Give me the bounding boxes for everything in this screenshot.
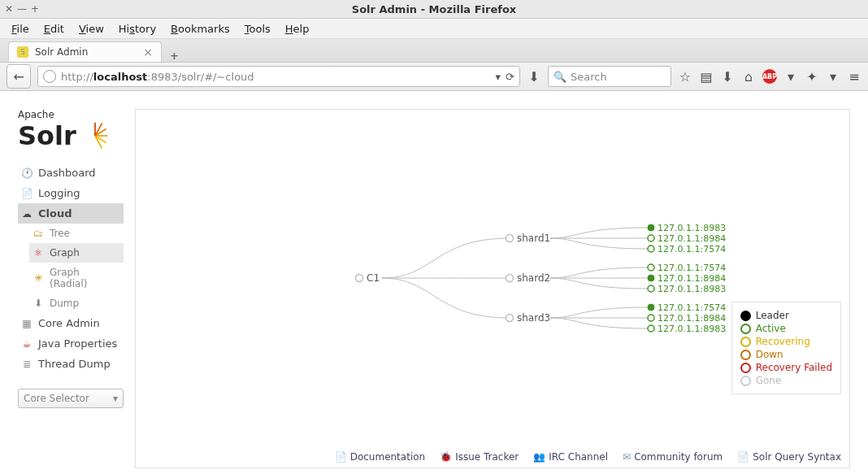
sidebar-item-java-properties[interactable]: ☕Java Properties — [18, 333, 124, 354]
svg-point-14 — [648, 275, 654, 281]
legend-item: Gone — [740, 374, 832, 387]
search-icon: 🔍 — [553, 71, 566, 83]
menu-help[interactable]: Help — [279, 21, 316, 37]
menu-history[interactable]: History — [112, 21, 163, 37]
dashboard-icon: 🕐 — [21, 167, 33, 179]
svg-point-0 — [356, 275, 363, 282]
extension-dropdown[interactable]: ▾ — [826, 69, 840, 84]
addon-dropdown[interactable]: ▾ — [783, 69, 798, 84]
extension-icon[interactable]: ✦ — [805, 69, 819, 84]
svg-text:shard2: shard2 — [517, 272, 550, 284]
svg-point-20 — [648, 304, 654, 311]
svg-point-24 — [648, 325, 654, 332]
footer-link[interactable]: ✉Community forum — [623, 451, 723, 463]
footer-link-icon: ✉ — [623, 451, 631, 463]
svg-text:127.0.1.1:7574: 127.0.1.1:7574 — [658, 302, 726, 313]
graph-icon: ⚛ — [33, 247, 44, 259]
legend-item: Leader — [740, 309, 832, 322]
logging-icon: 📄 — [21, 188, 33, 199]
menu-view[interactable]: View — [72, 21, 111, 37]
legend-item: Down — [740, 348, 832, 361]
svg-text:127.0.1.1:8984: 127.0.1.1:8984 — [658, 313, 726, 324]
tab-strip: S Solr Admin × + — [0, 39, 868, 63]
reload-button[interactable]: ⟳ — [506, 71, 514, 83]
footer-link[interactable]: 📄Solr Query Syntax — [737, 451, 841, 463]
sidebar-item-core-admin[interactable]: ▦Core Admin — [18, 313, 124, 333]
search-placeholder: Search — [571, 71, 607, 83]
sidebar-item-graph[interactable]: ⚛Graph — [29, 243, 124, 263]
menu-tools[interactable]: Tools — [238, 21, 277, 37]
url-rest: :8983/solr/#/~cloud — [147, 71, 254, 83]
sidebar-item-cloud[interactable]: ☁Cloud — [18, 203, 124, 224]
svg-text:shard3: shard3 — [517, 312, 550, 324]
legend-item: Recovering — [740, 335, 832, 348]
footer-link-icon: 📄 — [737, 451, 749, 463]
navbar: ← http:// localhost :8983/solr/#/~cloud … — [0, 63, 868, 91]
footer-link-icon: 👥 — [533, 451, 545, 463]
sidebar-item-dashboard[interactable]: 🕐Dashboard — [18, 163, 124, 183]
legend-item: Active — [740, 322, 832, 335]
sidebar-item-thread-dump[interactable]: ≣Thread Dump — [18, 354, 124, 374]
globe-icon — [43, 70, 56, 83]
sidebar-item-tree[interactable]: 🗂Tree — [29, 224, 124, 243]
window-title: Solr Admin - Mozilla Firefox — [0, 3, 868, 15]
svg-point-12 — [648, 264, 654, 271]
svg-text:127.0.1.1:8983: 127.0.1.1:8983 — [658, 223, 726, 233]
footer-link-icon: 📄 — [335, 451, 347, 463]
footer-link[interactable]: 👥IRC Channel — [533, 451, 608, 463]
legend: LeaderActiveRecoveringDownRecovery Faile… — [731, 302, 841, 394]
chevron-down-icon: ▾ — [113, 393, 118, 404]
core-selector[interactable]: Core Selector ▾ — [18, 389, 124, 408]
footer-link[interactable]: 📄Documentation — [335, 451, 426, 463]
svg-point-16 — [648, 285, 654, 292]
sidebar-item-graph-radial[interactable]: ✳Graph (Radial) — [29, 263, 124, 294]
downloads-button[interactable]: ⬇ — [720, 69, 735, 84]
menu-bookmarks[interactable]: Bookmarks — [164, 21, 237, 37]
svg-text:127.0.1.1:8984: 127.0.1.1:8984 — [658, 233, 726, 244]
graph-radial-icon: ✳ — [33, 272, 44, 284]
down-arrow-icon[interactable]: ⬇ — [527, 69, 541, 84]
svg-point-6 — [648, 235, 654, 241]
svg-point-10 — [506, 275, 514, 282]
bookmark-star-button[interactable]: ☆ — [678, 69, 692, 84]
footer-link[interactable]: 🐞Issue Tracker — [440, 451, 519, 463]
hamburger-menu-button[interactable]: ≡ — [847, 69, 861, 84]
svg-point-4 — [648, 224, 654, 231]
svg-text:127.0.1.1:8983: 127.0.1.1:8983 — [658, 324, 726, 334]
svg-point-18 — [506, 315, 514, 322]
menubar: FFileile Edit View History Bookmarks Too… — [0, 19, 868, 39]
sun-icon — [81, 122, 109, 150]
search-box[interactable]: 🔍 Search — [548, 66, 671, 87]
svg-text:127.0.1.1:7574: 127.0.1.1:7574 — [658, 244, 726, 254]
svg-text:shard1: shard1 — [517, 233, 550, 244]
legend-item: Recovery Failed — [740, 361, 832, 374]
thread-icon: ≣ — [21, 359, 33, 370]
svg-text:127.0.1.1:8984: 127.0.1.1:8984 — [658, 273, 726, 284]
menu-file[interactable]: FFileile — [5, 21, 36, 37]
svg-text:127.0.1.1:8983: 127.0.1.1:8983 — [658, 284, 726, 294]
url-history-dropdown[interactable]: ▾ — [496, 71, 501, 83]
sidebar-item-dump[interactable]: ⬇Dump — [29, 294, 124, 313]
cloud-graph: C1shard1127.0.1.1:8983127.0.1.1:8984127.… — [136, 110, 849, 467]
menu-edit[interactable]: Edit — [37, 21, 71, 37]
dump-icon: ⬇ — [33, 298, 44, 309]
logo-apache: Apache — [18, 109, 124, 120]
svg-point-2 — [506, 235, 514, 242]
new-tab-button[interactable]: + — [170, 50, 179, 62]
sidebar: Apache Solr 🕐Dashboard 📄Logging ☁Cloud — [18, 109, 124, 468]
main-panel: C1shard1127.0.1.1:8983127.0.1.1:8984127.… — [135, 109, 850, 468]
solr-logo: Apache Solr — [18, 109, 124, 151]
url-scheme: http:// — [61, 71, 93, 83]
svg-text:C1: C1 — [367, 272, 380, 284]
home-button[interactable]: ⌂ — [741, 69, 756, 84]
back-button[interactable]: ← — [7, 64, 31, 89]
svg-point-22 — [648, 315, 654, 321]
library-button[interactable]: ▤ — [699, 69, 714, 84]
abp-icon[interactable]: ABP — [762, 69, 777, 84]
java-icon: ☕ — [21, 338, 33, 350]
sidebar-item-logging[interactable]: 📄Logging — [18, 183, 124, 203]
tab-close-button[interactable]: × — [143, 46, 153, 59]
url-bar[interactable]: http:// localhost :8983/solr/#/~cloud ▾⟳ — [37, 66, 520, 87]
favicon-icon: S — [17, 46, 28, 58]
browser-tab[interactable]: S Solr Admin × — [8, 41, 162, 62]
